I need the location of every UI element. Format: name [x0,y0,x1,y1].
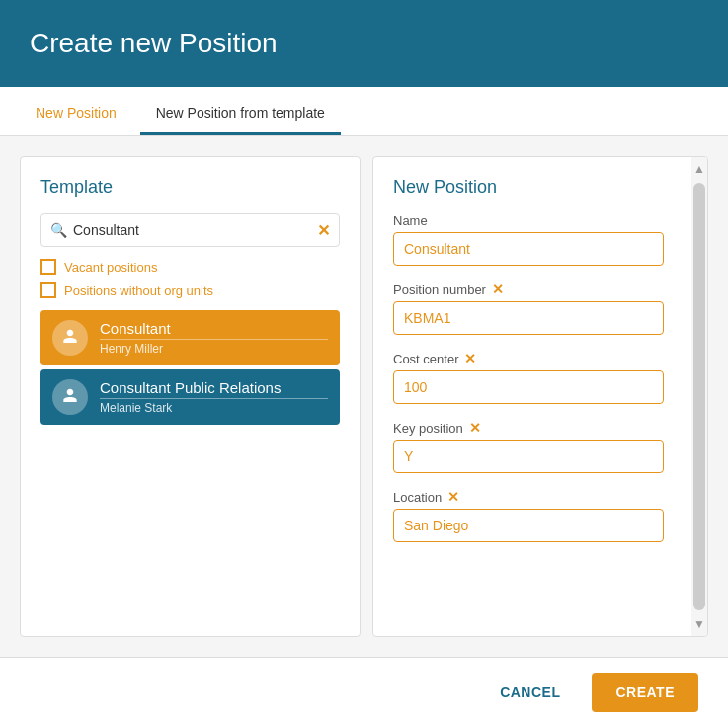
new-position-panel: New Position Name Position number ✕ [372,156,708,637]
field-key-position-group: Key position ✕ [393,420,664,473]
location-clear-icon[interactable]: ✕ [447,489,459,505]
template-list: Consultant Henry Miller Consultant Publi… [40,310,340,425]
field-cost-center-group: Cost center ✕ [393,351,664,404]
page-title: Create new Position [30,28,278,59]
key-position-clear-icon[interactable]: ✕ [469,420,481,436]
template-panel-title: Template [40,177,340,198]
consultant-pr-icon [52,379,88,415]
scrollbar[interactable]: ▲ ▼ [691,157,707,636]
cost-center-clear-icon[interactable]: ✕ [464,351,476,366]
consultant-pr-info: Consultant Public Relations Melanie Star… [100,379,328,415]
fields-area: Name Position number ✕ Cost center ✕ [393,213,688,542]
consultant-pr-sub: Melanie Stark [100,398,328,415]
filter-no-org-row: Positions without org units [40,282,340,298]
new-position-panel-title: New Position [393,177,688,198]
field-location-group: Location ✕ [393,489,664,542]
template-search-input[interactable] [40,213,340,247]
content-area: Template 🔍 ✕ Vacant positions Positions … [0,136,728,657]
consultant-henry-sub: Henry Miller [100,339,328,356]
filter-no-org-label[interactable]: Positions without org units [64,283,213,298]
field-key-position-input[interactable] [393,440,664,473]
template-search-box: 🔍 ✕ [40,213,340,247]
field-name-label: Name [393,213,664,228]
page-header: Create new Position [0,0,728,87]
consultant-henry-info: Consultant Henry Miller [100,320,328,356]
field-position-number-input[interactable] [393,301,664,335]
position-number-clear-icon[interactable]: ✕ [492,282,504,297]
field-key-position-label: Key position ✕ [393,420,664,436]
filter-vacant-row: Vacant positions [40,259,340,275]
field-cost-center-label: Cost center ✕ [393,351,664,366]
field-position-number-group: Position number ✕ [393,282,664,335]
field-cost-center-input[interactable] [393,370,664,404]
template-item-consultant-pr[interactable]: Consultant Public Relations Melanie Star… [40,369,340,425]
filter-vacant-checkbox[interactable] [40,259,56,275]
tab-from-template[interactable]: New Position from template [140,93,341,135]
cancel-button[interactable]: CANCEL [484,675,576,710]
tabs-bar: New Position New Position from template [0,87,728,136]
template-panel: Template 🔍 ✕ Vacant positions Positions … [20,156,361,637]
template-item-consultant-henry[interactable]: Consultant Henry Miller [40,310,340,365]
create-button[interactable]: CREATE [592,673,698,712]
scroll-up-arrow[interactable]: ▲ [691,157,707,181]
consultant-pr-name: Consultant Public Relations [100,379,328,396]
scroll-thumb[interactable] [693,183,705,610]
footer: CANCEL CREATE [0,657,728,726]
field-location-label: Location ✕ [393,489,664,505]
consultant-henry-name: Consultant [100,320,328,337]
search-clear-icon[interactable]: ✕ [317,221,330,240]
field-location-input[interactable] [393,509,664,542]
field-name-input[interactable] [393,232,664,266]
filter-vacant-label[interactable]: Vacant positions [64,260,157,275]
tab-new-position[interactable]: New Position [20,93,132,135]
search-icon: 🔍 [50,222,67,238]
field-name-group: Name [393,213,664,266]
scroll-down-arrow[interactable]: ▼ [691,612,707,636]
consultant-henry-icon [52,320,88,356]
filter-no-org-checkbox[interactable] [40,282,56,298]
field-position-number-label: Position number ✕ [393,282,664,297]
